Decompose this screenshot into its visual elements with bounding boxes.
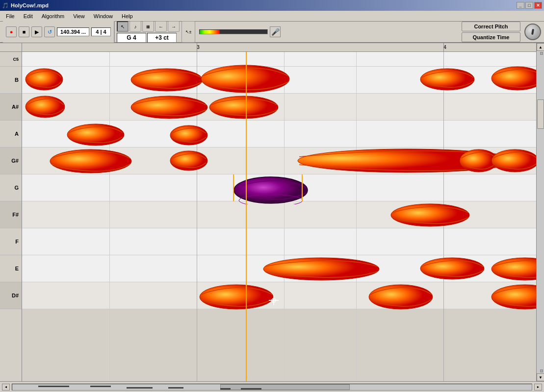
volume-knob[interactable]: [524, 24, 541, 40]
volume-meter-row: 🎤: [199, 26, 281, 37]
note-gsharp-1[interactable]: [49, 148, 132, 174]
note-end-marker: [302, 174, 303, 201]
note-b-2[interactable]: [130, 68, 204, 92]
time-signature-display[interactable]: 4 | 4: [91, 27, 111, 36]
pitch-buttons-section: Correct Pitch Quantize Time: [462, 22, 520, 42]
grid-row-dsharp: [22, 282, 536, 309]
stop-button[interactable]: ■: [19, 26, 29, 37]
note-asharp-2[interactable]: [130, 95, 208, 120]
note-g-selected[interactable]: [233, 176, 309, 204]
scroll-up-button[interactable]: ▲: [537, 43, 544, 51]
menu-help[interactable]: Help: [118, 12, 137, 20]
close-button[interactable]: ✕: [534, 2, 542, 9]
microphone-button[interactable]: 🎤: [270, 26, 281, 37]
note-dsharp-2[interactable]: [368, 284, 434, 311]
mini-note-5: [220, 388, 231, 390]
note-e-2[interactable]: [419, 257, 486, 280]
title-bar: 🎵 HolyCow!.mpd _ □ ✕: [0, 0, 544, 11]
menu-file[interactable]: File: [2, 12, 19, 20]
note-asharp-3[interactable]: [208, 95, 280, 120]
volume-meter: [199, 29, 268, 34]
scroll-left-button[interactable]: ◄: [2, 384, 10, 391]
note-label-g: G: [0, 174, 22, 201]
window-title: HolyCow!.mpd: [11, 2, 49, 8]
transport-section: ● ■ ▶ ↺ 140.394 ... 4 | 4: [3, 21, 115, 43]
maximize-button[interactable]: □: [525, 2, 533, 9]
note-fsharp-1[interactable]: [390, 203, 471, 227]
note-label-a: A: [0, 121, 22, 147]
mini-scroll-thumb[interactable]: [220, 384, 350, 390]
bottom-bar: ◄ ►: [0, 381, 544, 392]
grid-line-sub-2: [284, 52, 285, 381]
note-b-1[interactable]: [25, 68, 64, 91]
ruler-corner: [0, 43, 22, 52]
grid-row-f: [22, 228, 536, 255]
note-gsharp-5[interactable]: [491, 148, 536, 173]
note-a-1[interactable]: [66, 123, 125, 147]
menu-edit[interactable]: Edit: [20, 12, 37, 20]
note-label-c5: C5: [0, 52, 22, 67]
select-mode-button[interactable]: ↖±: [181, 21, 195, 43]
scroll-track-vertical[interactable]: [537, 51, 544, 373]
note-b-5[interactable]: [491, 66, 536, 91]
v-scroll-top-resize[interactable]: [540, 52, 543, 55]
note-e-3[interactable]: [491, 257, 536, 281]
ruler-line-3: [197, 43, 197, 51]
menu-view[interactable]: View: [69, 12, 89, 20]
svg-point-7: [209, 96, 278, 119]
app-icon: 🎵: [2, 2, 9, 9]
ruler-line-4: [443, 43, 444, 51]
svg-point-22: [369, 285, 433, 309]
mini-note-2: [90, 386, 111, 387]
menu-algorithm[interactable]: Algorithm: [38, 12, 68, 20]
main-area: C5 B A# A G# G F# F E D# 3 4: [0, 43, 544, 392]
move-left-button[interactable]: ←: [155, 21, 167, 32]
title-bar-left: 🎵 HolyCow!.mpd: [2, 2, 49, 9]
note-display: G 4: [117, 33, 146, 43]
v-scroll-bottom-resize[interactable]: [540, 369, 543, 372]
pitch-tool-button[interactable]: ♪: [130, 21, 141, 32]
vertical-scrollbar[interactable]: ▲ ▼: [536, 43, 544, 381]
cent-display: +3 ct: [147, 33, 177, 43]
tools-row1: ↖ ♪ ▦ ← →: [117, 21, 180, 32]
note-gsharp-2[interactable]: [169, 150, 208, 172]
note-dsharp-3[interactable]: [491, 284, 536, 311]
play-button[interactable]: ▶: [31, 26, 42, 37]
note-a-2[interactable]: [169, 124, 208, 146]
loop-button[interactable]: ↺: [44, 26, 55, 37]
grid-tool-button[interactable]: ▦: [142, 21, 154, 32]
svg-point-6: [131, 96, 207, 119]
tempo-display[interactable]: 140.394 ...: [57, 27, 89, 36]
select-tool-button[interactable]: ↖: [117, 21, 129, 32]
record-button[interactable]: ●: [6, 26, 17, 37]
playhead: [246, 52, 247, 381]
scroll-down-button[interactable]: ▼: [537, 373, 544, 381]
note-label-fsharp: F#: [0, 201, 22, 228]
move-right-button[interactable]: →: [168, 21, 180, 32]
menu-window[interactable]: Window: [90, 12, 117, 20]
grid-line-sub-3: [356, 52, 357, 381]
mini-note-6: [241, 388, 261, 390]
note-b-4[interactable]: [419, 68, 476, 91]
tools-section: ↖ ♪ ▦ ← → G 4 +3 ct: [117, 21, 180, 43]
note-start-marker: [233, 174, 234, 201]
note-e-1[interactable]: [262, 257, 380, 281]
content-area: C5 B A# A G# G F# F E D# 3 4: [0, 43, 544, 381]
note-label-dsharp: D#: [0, 282, 22, 309]
mini-note-3: [127, 387, 153, 389]
quantize-time-button[interactable]: Quantize Time: [462, 32, 520, 42]
mini-scroll-track[interactable]: [12, 384, 532, 391]
tempo-more: ...: [81, 29, 86, 35]
note-dsharp-1[interactable]: [199, 284, 275, 311]
grid[interactable]: [22, 52, 536, 381]
svg-point-10: [50, 149, 131, 173]
scroll-right-button[interactable]: ►: [534, 384, 542, 391]
minimize-button[interactable]: _: [517, 2, 524, 9]
note-asharp-1[interactable]: [25, 95, 66, 119]
correct-pitch-button[interactable]: Correct Pitch: [462, 22, 520, 31]
note-label-asharp: A#: [0, 94, 22, 121]
note-label-f: F: [0, 228, 22, 255]
note-label-e: E: [0, 255, 22, 282]
scroll-thumb-vertical[interactable]: [537, 99, 544, 129]
volume-bar: [200, 30, 220, 34]
